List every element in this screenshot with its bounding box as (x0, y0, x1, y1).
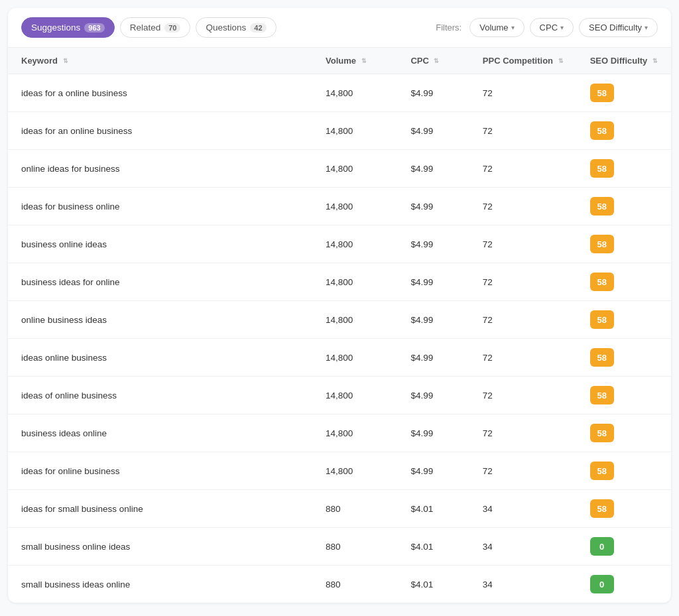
seo-badge-2: 58 (590, 159, 614, 178)
filter-btn-seo_difficulty[interactable]: SEO Difficulty ▾ (579, 18, 658, 37)
cell-volume-11: 880 (312, 490, 397, 528)
cell-cpc-9: $4.99 (397, 414, 469, 452)
cell-seo-9: 58 (577, 414, 671, 452)
cell-keyword-4: business online ideas (8, 225, 312, 263)
chevron-down-icon: ▾ (645, 24, 648, 31)
cell-ppc-3: 72 (469, 188, 577, 225)
table-row: ideas of online business 14,800 $4.99 72… (8, 377, 671, 414)
cell-keyword-6: online business ideas (8, 301, 312, 339)
cell-seo-7: 58 (577, 339, 671, 377)
seo-badge-11: 58 (590, 499, 614, 518)
cell-seo-10: 58 (577, 452, 671, 490)
cell-cpc-5: $4.99 (397, 263, 469, 301)
cell-keyword-1: ideas for an online business (8, 112, 312, 150)
tab-label-related: Related (130, 23, 161, 32)
sort-icon-keyword[interactable]: ⇅ (63, 58, 68, 64)
cell-volume-0: 14,800 (312, 74, 397, 112)
sort-icon-cpc[interactable]: ⇅ (434, 58, 439, 64)
table-row: small business online ideas 880 $4.01 34… (8, 528, 671, 566)
cell-cpc-8: $4.99 (397, 377, 469, 414)
seo-badge-9: 58 (590, 424, 614, 442)
cell-seo-11: 58 (577, 490, 671, 528)
filter-label-cpc: CPC (540, 23, 558, 32)
table-row: ideas for business online 14,800 $4.99 7… (8, 188, 671, 225)
cell-keyword-10: ideas for online business (8, 452, 312, 490)
tab-group: Suggestions 963 Related 70 Questions 42 (21, 17, 430, 38)
cell-keyword-12: small business online ideas (8, 528, 312, 566)
cell-seo-0: 58 (577, 74, 671, 112)
tab-questions[interactable]: Questions 42 (196, 17, 276, 38)
cell-cpc-3: $4.99 (397, 188, 469, 225)
seo-badge-13: 0 (590, 575, 614, 593)
filter-btn-volume[interactable]: Volume ▾ (469, 18, 524, 37)
seo-badge-4: 58 (590, 235, 614, 253)
cell-keyword-9: business ideas online (8, 414, 312, 452)
cell-volume-10: 14,800 (312, 452, 397, 490)
cell-cpc-11: $4.01 (397, 490, 469, 528)
cell-ppc-13: 34 (469, 566, 577, 603)
cell-seo-13: 0 (577, 566, 671, 603)
table-row: online ideas for business 14,800 $4.99 7… (8, 150, 671, 188)
cell-volume-12: 880 (312, 528, 397, 566)
filter-btn-cpc[interactable]: CPC ▾ (530, 18, 574, 37)
cell-cpc-7: $4.99 (397, 339, 469, 377)
cell-ppc-8: 72 (469, 377, 577, 414)
cell-volume-4: 14,800 (312, 225, 397, 263)
cell-keyword-11: ideas for small business online (8, 490, 312, 528)
cell-keyword-7: ideas online business (8, 339, 312, 377)
seo-badge-3: 58 (590, 197, 614, 216)
seo-badge-12: 0 (590, 537, 614, 556)
tab-suggestions[interactable]: Suggestions 963 (21, 17, 115, 38)
seo-badge-1: 58 (590, 121, 614, 140)
tab-badge-questions: 42 (250, 23, 266, 32)
cell-cpc-13: $4.01 (397, 566, 469, 603)
cell-seo-5: 58 (577, 263, 671, 301)
cell-keyword-2: online ideas for business (8, 150, 312, 188)
cell-ppc-5: 72 (469, 263, 577, 301)
cell-seo-2: 58 (577, 150, 671, 188)
keywords-table: Keyword ⇅ Volume ⇅ CPC ⇅ PPC Competition… (8, 48, 671, 603)
cell-ppc-12: 34 (469, 528, 577, 566)
sort-icon-seo[interactable]: ⇅ (652, 58, 658, 64)
cell-keyword-0: ideas for a online business (8, 74, 312, 112)
filters-area: Filters: Volume ▾ CPC ▾ SEO Difficulty ▾ (436, 18, 658, 37)
table-row: business ideas for online 14,800 $4.99 7… (8, 263, 671, 301)
filter-label-seo_difficulty: SEO Difficulty (589, 23, 642, 32)
cell-ppc-2: 72 (469, 150, 577, 188)
col-header-keyword[interactable]: Keyword ⇅ (8, 48, 312, 74)
cell-seo-8: 58 (577, 377, 671, 414)
main-container: Suggestions 963 Related 70 Questions 42 … (8, 8, 671, 603)
col-header-ppc[interactable]: PPC Competition ⇅ (469, 48, 577, 74)
cell-cpc-4: $4.99 (397, 225, 469, 263)
tab-badge-suggestions: 963 (84, 23, 104, 32)
table-row: business ideas online 14,800 $4.99 72 58 (8, 414, 671, 452)
col-header-cpc[interactable]: CPC ⇅ (397, 48, 469, 74)
chevron-down-icon: ▾ (560, 24, 564, 31)
cell-ppc-11: 34 (469, 490, 577, 528)
seo-badge-5: 58 (590, 273, 614, 291)
cell-seo-3: 58 (577, 188, 671, 225)
seo-badge-6: 58 (590, 310, 614, 329)
col-header-volume[interactable]: Volume ⇅ (312, 48, 397, 74)
chevron-down-icon: ▾ (511, 24, 515, 31)
filters-label: Filters: (436, 23, 462, 32)
tab-related[interactable]: Related 70 (120, 17, 191, 38)
cell-volume-7: 14,800 (312, 339, 397, 377)
cell-volume-3: 14,800 (312, 188, 397, 225)
cell-volume-9: 14,800 (312, 414, 397, 452)
cell-volume-5: 14,800 (312, 263, 397, 301)
table-row: ideas online business 14,800 $4.99 72 58 (8, 339, 671, 377)
table-row: ideas for a online business 14,800 $4.99… (8, 74, 671, 112)
col-header-seo[interactable]: SEO Difficulty ⇅ (577, 48, 671, 74)
cell-ppc-1: 72 (469, 112, 577, 150)
cell-cpc-10: $4.99 (397, 452, 469, 490)
table-row: small business ideas online 880 $4.01 34… (8, 566, 671, 603)
cell-ppc-0: 72 (469, 74, 577, 112)
seo-badge-10: 58 (590, 462, 614, 480)
cell-cpc-6: $4.99 (397, 301, 469, 339)
cell-volume-8: 14,800 (312, 377, 397, 414)
sort-icon-volume[interactable]: ⇅ (361, 58, 367, 64)
sort-icon-ppc[interactable]: ⇅ (558, 58, 564, 64)
cell-volume-13: 880 (312, 566, 397, 603)
table-row: ideas for online business 14,800 $4.99 7… (8, 452, 671, 490)
